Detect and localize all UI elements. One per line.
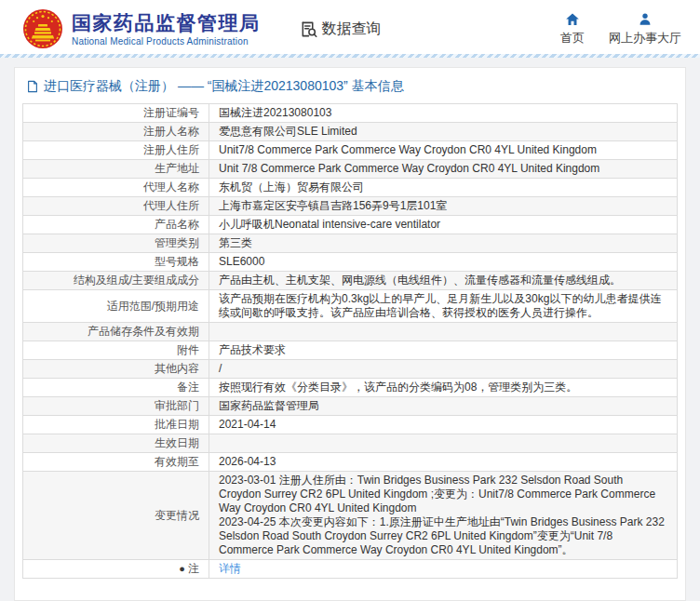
field-value: 产品技术要求	[209, 341, 677, 359]
page-title: 进口医疗器械（注册） —— “国械注进20213080103” 基本信息	[44, 78, 404, 95]
field-label: 备注	[23, 379, 209, 396]
field-label: 产品名称	[23, 216, 209, 234]
table-row: 附件 产品技术要求	[23, 341, 677, 360]
table-row: 代理人住所 上海市嘉定区安亭镇昌吉路156弄9号1层101室	[23, 197, 677, 216]
field-value: 2021-04-14	[209, 416, 677, 434]
field-value: Unit7/8 Commerce Park Commerce Way Croyd…	[209, 141, 677, 159]
registration-info-table: 注册证编号 国械注进20213080103 注册人名称 爱思意有限公司SLE L…	[22, 103, 678, 579]
document-search-icon	[300, 20, 317, 38]
header-nav: 首页 网上办事大厅	[560, 12, 687, 47]
table-row: 备注 按照现行有效《分类目录》，该产品的分类编码为08，管理类别为三类。	[23, 379, 677, 397]
field-label: 有效期至	[23, 453, 209, 471]
table-row: 注册人住所 Unit7/8 Commerce Park Commerce Way…	[23, 141, 677, 160]
national-emblem-logo[interactable]	[22, 8, 63, 49]
field-label: 审批部门	[23, 397, 209, 415]
content-card: 进口医疗器械（注册） —— “国械注进20213080103” 基本信息 注册证…	[14, 67, 686, 601]
table-row: 生效日期	[23, 434, 677, 453]
field-value: 2023-03-01 注册人住所由：Twin Bridges Business …	[209, 472, 677, 559]
field-value: Unit 7/8 Commerce Park Commerce Way Croy…	[209, 160, 677, 178]
field-label: 注册人名称	[23, 123, 209, 140]
person-icon	[638, 12, 653, 27]
field-value: 国家药品监督管理局	[209, 397, 677, 415]
field-label: 注册证编号	[23, 104, 209, 122]
nav-item-online-hall[interactable]: 网上办事大厅	[609, 12, 681, 47]
field-value	[209, 434, 677, 452]
field-label: 附件	[23, 341, 209, 359]
breadcrumb: 进口医疗器械（注册） —— “国械注进20213080103” 基本信息	[22, 75, 678, 103]
field-value: 按照现行有效《分类目录》，该产品的分类编码为08，管理类别为三类。	[209, 379, 677, 396]
field-value: SLE6000	[209, 253, 677, 271]
field-label: 注册人住所	[23, 141, 209, 159]
nav-item-home[interactable]: 首页	[560, 12, 585, 47]
table-row: 结构及组成/主要组成成分 产品由主机、主机支架、网电源线（电线组件）、流量传感器…	[23, 272, 677, 290]
details-link[interactable]: 详情	[219, 562, 667, 576]
data-query-nav[interactable]: 数据查询	[300, 20, 382, 39]
field-label: 管理类别	[23, 234, 209, 252]
agency-name: 国家药品监督管理局	[72, 12, 261, 34]
table-row: 适用范围/预期用途 该产品预期在医疗机构为0.3kg以上的早产儿、足月新生儿以及…	[23, 290, 677, 323]
field-label: 代理人住所	[23, 197, 209, 215]
field-value: /	[209, 360, 677, 378]
field-label: 生产地址	[23, 160, 209, 178]
field-value: 该产品预期在医疗机构为0.3kg以上的早产儿、足月新生儿以及30kg以下的幼儿患…	[209, 290, 677, 322]
field-label: 产品储存条件及有效期	[23, 323, 209, 341]
table-row: 变更情况 2023-03-01 注册人住所由：Twin Bridges Busi…	[23, 472, 677, 560]
field-value: 国械注进20213080103	[209, 104, 677, 122]
table-row: 型号规格 SLE6000	[23, 253, 677, 272]
field-value: 东机贸（上海）贸易有限公司	[209, 179, 677, 196]
site-header: 国家药品监督管理局 National Medical Products Admi…	[0, 0, 700, 58]
table-row: 生产地址 Unit 7/8 Commerce Park Commerce Way…	[23, 160, 677, 179]
table-row: 审批部门 国家药品监督管理局	[23, 397, 677, 416]
field-value: 上海市嘉定区安亭镇昌吉路156弄9号1层101室	[209, 197, 677, 215]
field-value	[209, 323, 677, 341]
table-row: 管理类别 第三类	[23, 234, 677, 253]
table-row-note: ●注 详情	[23, 560, 677, 579]
field-label: 生效日期	[23, 434, 209, 452]
nav-home-label: 首页	[560, 30, 585, 47]
field-label: 型号规格	[23, 253, 209, 271]
field-label: 变更情况	[23, 472, 209, 559]
field-value: 第三类	[209, 234, 677, 252]
table-row: 批准日期 2021-04-14	[23, 416, 677, 434]
field-value: 爱思意有限公司SLE Limited	[209, 123, 677, 140]
field-label: 适用范围/预期用途	[23, 290, 209, 322]
file-icon	[26, 80, 39, 93]
field-label: 代理人名称	[23, 179, 209, 196]
table-row: 产品储存条件及有效期	[23, 323, 677, 341]
field-label: ●注	[23, 560, 209, 578]
field-value: 产品由主机、主机支架、网电源线（电线组件）、流量传感器和流量传感线组成。	[209, 272, 677, 289]
field-value: 小儿呼吸机Neonatal intensive-care ventilator	[209, 216, 677, 234]
data-query-label: 数据查询	[322, 20, 382, 39]
home-icon	[565, 12, 580, 27]
field-value: 2026-04-13	[209, 453, 677, 471]
table-row: 注册证编号 国械注进20213080103	[23, 104, 677, 123]
agency-title-block: 国家药品监督管理局 National Medical Products Admi…	[72, 12, 261, 47]
note-icon: ●	[179, 564, 185, 574]
table-row: 产品名称 小儿呼吸机Neonatal intensive-care ventil…	[23, 216, 677, 234]
field-label: 其他内容	[23, 360, 209, 378]
table-row: 注册人名称 爱思意有限公司SLE Limited	[23, 123, 677, 141]
nav-online-hall-label: 网上办事大厅	[609, 30, 681, 47]
table-row: 其他内容 /	[23, 360, 677, 379]
field-label: 批准日期	[23, 416, 209, 434]
agency-name-en: National Medical Products Administration	[72, 36, 261, 47]
table-row: 代理人名称 东机贸（上海）贸易有限公司	[23, 179, 677, 197]
field-label: 结构及组成/主要组成成分	[23, 272, 209, 289]
field-value: 详情	[209, 560, 677, 578]
table-row: 有效期至 2026-04-13	[23, 453, 677, 472]
